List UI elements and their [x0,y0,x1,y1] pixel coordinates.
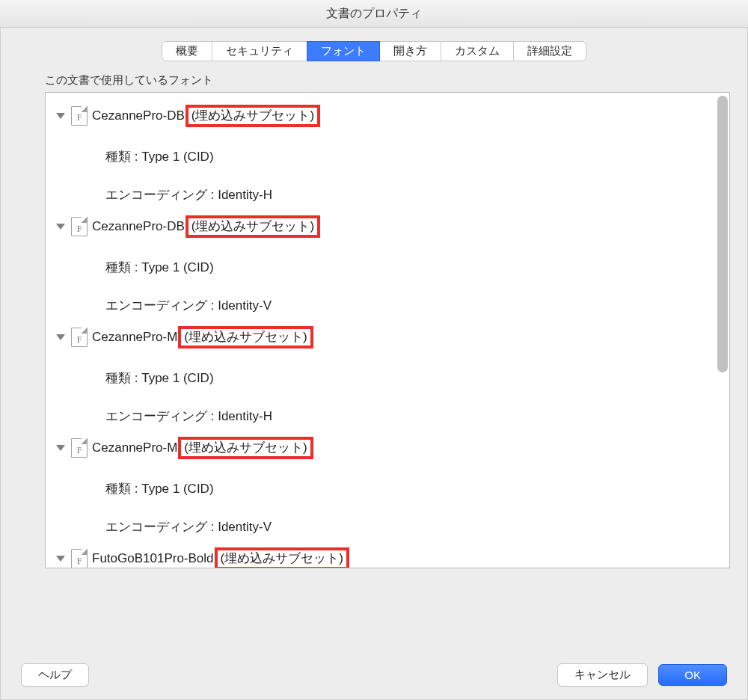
font-list[interactable]: FCezannePro-DB(埋め込みサブセット)種類 : Type 1 (CI… [45,92,730,568]
help-button[interactable]: ヘルプ [21,663,89,687]
disclosure-triangle-icon[interactable] [56,224,65,230]
embed-subset-highlight: (埋め込みサブセット) [186,215,320,238]
font-name: FutoGoB101Pro-Bold [92,550,214,567]
font-file-icon: F [71,217,88,236]
disclosure-triangle-icon[interactable] [56,556,65,562]
font-encoding-line: エンコーディング : Identity-H [105,186,714,203]
font-type-line: 種類 : Type 1 (CID) [105,480,714,497]
window-title: 文書のプロパティ [0,0,748,28]
font-type-line: 種類 : Type 1 (CID) [105,259,714,276]
embed-subset-highlight: (埋め込みサブセット) [215,547,349,568]
tab-0[interactable]: 概要 [162,41,212,61]
font-name-line: CezannePro-M(埋め込みサブセット) [92,326,313,349]
font-entry[interactable]: FCezannePro-M(埋め込みサブセット)種類 : Type 1 (CID… [46,425,729,535]
font-list-wrap: FCezannePro-DB(埋め込みサブセット)種類 : Type 1 (CI… [45,92,730,609]
embed-subset-highlight: (埋め込みサブセット) [186,105,320,127]
font-row[interactable]: FFutoGoB101Pro-Bold(埋め込みサブセット) [56,547,714,568]
font-encoding-line: エンコーディング : Identity-H [105,408,714,425]
embed-subset-highlight: (埋め込みサブセット) [178,437,313,459]
font-entry[interactable]: FFutoGoB101Pro-Bold(埋め込みサブセット) [46,535,729,568]
cancel-button[interactable]: キャンセル [557,663,648,687]
font-name: CezannePro-DB [92,218,185,235]
tab-2[interactable]: フォント [307,41,380,61]
ok-button[interactable]: OK [658,664,727,686]
font-name-line: CezannePro-DB(埋め込みサブセット) [92,105,320,127]
document-properties-window: 文書のプロパティ 概要セキュリティフォント開き方カスタム詳細設定 この文書で使用… [0,0,748,700]
disclosure-triangle-icon[interactable] [56,113,65,119]
disclosure-triangle-icon[interactable] [56,334,65,340]
tab-5[interactable]: 詳細設定 [513,41,586,61]
dialog-body: この文書で使用しているフォント FCezannePro-DB(埋め込みサブセット… [0,73,748,654]
font-name: CezannePro-DB [92,108,185,124]
font-row[interactable]: FCezannePro-M(埋め込みサブセット) [56,437,714,459]
font-name-line: CezannePro-DB(埋め込みサブセット) [92,215,320,238]
font-file-icon: F [71,549,88,568]
tab-4[interactable]: カスタム [441,41,514,61]
font-file-icon: F [71,106,88,126]
tab-bar: 概要セキュリティフォント開き方カスタム詳細設定 [0,28,748,73]
font-name-line: FutoGoB101Pro-Bold(埋め込みサブセット) [92,547,349,568]
font-type-line: 種類 : Type 1 (CID) [105,369,714,387]
font-type-line: 種類 : Type 1 (CID) [105,148,714,165]
font-name: CezannePro-M [92,329,177,346]
font-file-icon: F [71,438,88,458]
scrollbar-thumb[interactable] [717,96,728,372]
font-encoding-line: エンコーディング : Identity-V [105,518,714,535]
font-file-icon: F [71,328,88,347]
fonts-section-label: この文書で使用しているフォント [45,73,730,88]
embed-subset-highlight: (埋め込みサブセット) [178,326,313,349]
dialog-footer: ヘルプ キャンセル OK [0,654,748,700]
font-row[interactable]: FCezannePro-DB(埋め込みサブセット) [56,215,714,238]
font-encoding-line: エンコーディング : Identity-V [105,297,714,314]
disclosure-triangle-icon[interactable] [56,445,65,451]
font-entry[interactable]: FCezannePro-M(埋め込みサブセット)種類 : Type 1 (CID… [46,314,729,425]
font-entry[interactable]: FCezannePro-DB(埋め込みサブセット)種類 : Type 1 (CI… [46,203,729,314]
font-name-line: CezannePro-M(埋め込みサブセット) [92,437,313,459]
font-row[interactable]: FCezannePro-DB(埋め込みサブセット) [56,105,714,127]
font-entry[interactable]: FCezannePro-DB(埋め込みサブセット)種類 : Type 1 (CI… [46,93,729,203]
font-name: CezannePro-M [92,440,177,456]
tab-3[interactable]: 開き方 [379,41,441,61]
tab-1[interactable]: セキュリティ [212,41,307,61]
font-row[interactable]: FCezannePro-M(埋め込みサブセット) [56,326,714,349]
